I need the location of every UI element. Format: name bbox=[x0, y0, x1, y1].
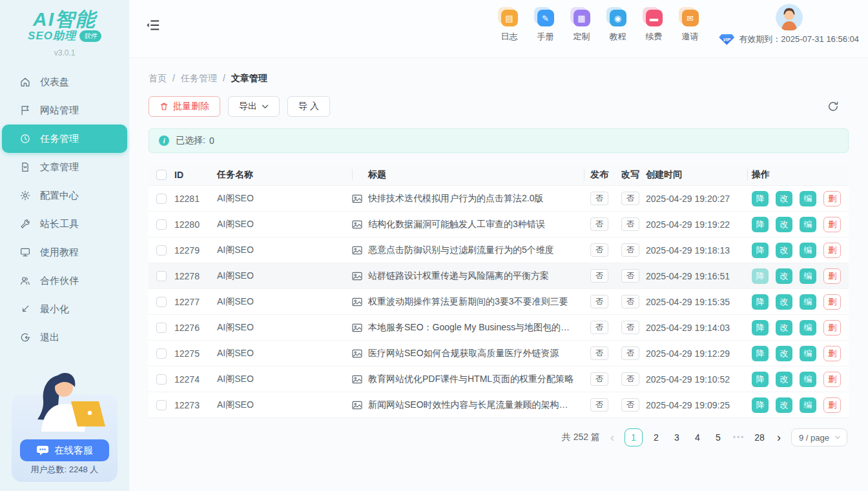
selected-label: 已选择: bbox=[176, 135, 205, 146]
sidebar-menu: 仪表盘 网站管理 任务管理 文章管理 配置中心 站长工具 使用教程 合作伙伴 最… bbox=[0, 68, 129, 352]
rewrite-button[interactable]: 改 bbox=[776, 243, 792, 258]
sidebar-item-tasks[interactable]: 任务管理 bbox=[2, 125, 127, 153]
breadcrumb-separator: / bbox=[223, 73, 225, 85]
edit-button[interactable]: 编 bbox=[800, 294, 816, 310]
quicklink-label: 续费 bbox=[646, 31, 663, 43]
row-checkbox[interactable] bbox=[156, 297, 167, 307]
sidebar-collapse-icon[interactable] bbox=[146, 19, 160, 32]
demote-button[interactable]: 降 bbox=[752, 191, 769, 206]
edit-button[interactable]: 编 bbox=[800, 217, 816, 232]
sidebar-item-webmaster-tools[interactable]: 站长工具 bbox=[0, 210, 129, 238]
delete-button[interactable]: 删 bbox=[823, 294, 841, 310]
table-row: 12278 AI阁SEO 站群链路设计权重传递与风险隔离的平衡方案 否 否 20… bbox=[149, 263, 849, 289]
sidebar-item-minimize[interactable]: 最小化 bbox=[0, 295, 129, 323]
demote-button[interactable]: 降 bbox=[752, 243, 769, 258]
page-number[interactable]: 3 bbox=[670, 428, 684, 446]
rewrite-button[interactable]: 改 bbox=[776, 217, 792, 232]
row-checkbox[interactable] bbox=[156, 348, 167, 359]
online-service-button[interactable]: 在线客服 bbox=[20, 439, 109, 461]
delete-button[interactable]: 删 bbox=[823, 217, 841, 232]
edit-button[interactable]: 编 bbox=[800, 243, 816, 258]
edit-button[interactable]: 编 bbox=[800, 346, 816, 361]
rewrite-status-tag: 否 bbox=[621, 295, 639, 308]
quicklink-custom[interactable]: ▦ 定制 bbox=[571, 10, 592, 43]
row-checkbox[interactable] bbox=[156, 323, 167, 333]
page-size-select[interactable]: 9 / page bbox=[791, 428, 847, 446]
delete-button[interactable]: 删 bbox=[823, 397, 841, 413]
edit-button[interactable]: 编 bbox=[800, 320, 816, 336]
row-checkbox[interactable] bbox=[156, 194, 167, 204]
rewrite-button[interactable]: 改 bbox=[776, 268, 792, 284]
edit-button[interactable]: 编 bbox=[800, 397, 816, 413]
edit-button[interactable]: 编 bbox=[800, 372, 816, 387]
row-checkbox[interactable] bbox=[156, 219, 167, 230]
row-checkbox[interactable] bbox=[156, 245, 167, 256]
rewrite-status-tag: 否 bbox=[621, 398, 639, 412]
import-button[interactable]: 导 入 bbox=[287, 96, 330, 117]
quicklink-tutorial[interactable]: ◉ 教程 bbox=[607, 10, 628, 43]
rewrite-button[interactable]: 改 bbox=[776, 346, 792, 361]
page-number[interactable]: 28 bbox=[752, 428, 767, 446]
sidebar-item-sites[interactable]: 网站管理 bbox=[0, 96, 129, 125]
delete-button[interactable]: 删 bbox=[823, 191, 841, 206]
page-number[interactable]: 5 bbox=[711, 428, 725, 446]
customer-service-card: 在线客服 用户总数: 2248 人 bbox=[12, 394, 118, 482]
sidebar-item-config[interactable]: 配置中心 bbox=[0, 181, 129, 210]
sidebar-item-label: 合作伙伴 bbox=[40, 275, 79, 287]
row-checkbox[interactable] bbox=[156, 374, 167, 385]
rewrite-button[interactable]: 改 bbox=[776, 372, 792, 387]
sidebar-item-logout[interactable]: 退出 bbox=[0, 323, 129, 352]
demote-button[interactable]: 降 bbox=[752, 320, 769, 336]
delete-button[interactable]: 删 bbox=[823, 346, 841, 361]
cell-actions: 降 改 编 删 bbox=[747, 320, 849, 336]
edit-button[interactable]: 编 bbox=[800, 191, 816, 206]
breadcrumb-item[interactable]: 任务管理 bbox=[181, 73, 217, 85]
quicklink-label: 定制 bbox=[574, 31, 590, 43]
avatar[interactable] bbox=[776, 4, 803, 31]
demote-button[interactable]: 降 bbox=[752, 346, 769, 361]
demote-button[interactable]: 降 bbox=[752, 372, 769, 387]
demote-button[interactable]: 降 bbox=[752, 397, 769, 413]
refresh-icon[interactable] bbox=[827, 100, 840, 113]
selected-count: 0 bbox=[209, 135, 214, 146]
rewrite-button[interactable]: 改 bbox=[776, 191, 792, 206]
cell-task-name: AI阁SEO bbox=[217, 219, 352, 230]
rewrite-button[interactable]: 改 bbox=[776, 397, 792, 413]
demote-button[interactable]: 降 bbox=[752, 217, 769, 232]
next-page-button[interactable]: › bbox=[776, 428, 782, 446]
home-icon bbox=[19, 76, 31, 88]
cell-article-title: 结构化数据漏洞可能触发人工审查的3种错误 bbox=[368, 219, 545, 230]
rewrite-button[interactable]: 改 bbox=[776, 294, 792, 310]
delete-button[interactable]: 删 bbox=[823, 320, 841, 336]
logo-subtitle: SEO助理 bbox=[28, 28, 76, 43]
prev-page-button[interactable]: ‹ bbox=[609, 428, 615, 446]
clock-icon bbox=[19, 133, 31, 145]
row-checkbox[interactable] bbox=[156, 400, 167, 410]
delete-button[interactable]: 删 bbox=[823, 372, 841, 387]
select-all-checkbox[interactable] bbox=[156, 170, 167, 180]
row-checkbox[interactable] bbox=[156, 271, 167, 281]
sidebar-item-tutorial[interactable]: 使用教程 bbox=[0, 238, 129, 266]
cell-created-time: 2025-04-29 19:09:25 bbox=[646, 400, 747, 410]
demote-button[interactable]: 降 bbox=[752, 268, 769, 284]
sidebar-item-articles[interactable]: 文章管理 bbox=[0, 153, 129, 181]
quicklink-invite[interactable]: ✉ 邀请 bbox=[679, 10, 701, 43]
export-button[interactable]: 导出 bbox=[228, 96, 280, 117]
delete-button[interactable]: 删 bbox=[823, 243, 841, 258]
page-number[interactable]: 4 bbox=[690, 428, 705, 446]
batch-delete-button[interactable]: 批量删除 bbox=[149, 96, 220, 117]
rewrite-button[interactable]: 改 bbox=[776, 320, 792, 336]
page-number[interactable]: 2 bbox=[649, 428, 663, 446]
sidebar-item-dashboard[interactable]: 仪表盘 bbox=[0, 68, 129, 96]
delete-button[interactable]: 删 bbox=[823, 268, 841, 284]
quicklink-manual[interactable]: ✎ 手册 bbox=[535, 10, 556, 43]
breadcrumb-item[interactable]: 首页 bbox=[149, 73, 167, 85]
demote-button[interactable]: 降 bbox=[752, 294, 769, 310]
quicklink-renew[interactable]: ▬ 续费 bbox=[643, 10, 665, 43]
page-number[interactable]: 1 bbox=[625, 428, 643, 446]
sidebar-item-partners[interactable]: 合作伙伴 bbox=[0, 266, 129, 295]
table-row: 12280 AI阁SEO 结构化数据漏洞可能触发人工审查的3种错误 否 否 20… bbox=[149, 212, 849, 237]
quicklink-log[interactable]: ▤ 日志 bbox=[499, 10, 520, 43]
edit-button[interactable]: 编 bbox=[800, 268, 816, 284]
quicklink-label: 手册 bbox=[537, 31, 554, 43]
